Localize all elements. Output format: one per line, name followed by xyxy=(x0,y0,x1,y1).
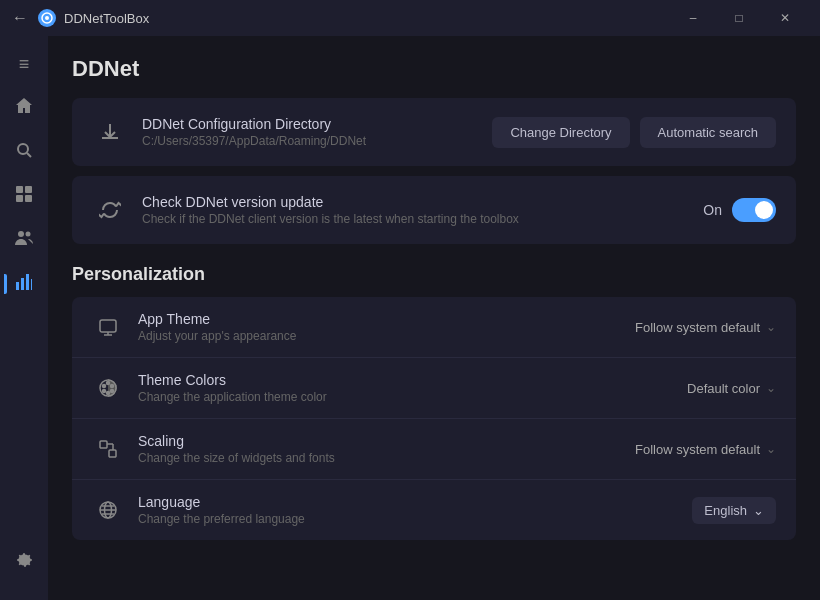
theme-colors-row[interactable]: Theme Colors Change the application them… xyxy=(72,358,796,419)
language-icon xyxy=(92,494,124,526)
version-toggle[interactable] xyxy=(732,198,776,222)
scaling-content: Scaling Change the size of widgets and f… xyxy=(138,433,635,465)
menu-icon: ≡ xyxy=(19,54,30,75)
svg-rect-6 xyxy=(16,195,23,202)
chevron-down-icon-3: ⌄ xyxy=(766,442,776,456)
sidebar-item-search[interactable] xyxy=(4,132,44,172)
language-title: Language xyxy=(138,494,692,510)
config-title: DDNet Configuration Directory xyxy=(142,116,492,132)
app-theme-subtitle: Adjust your app's appearance xyxy=(138,329,635,343)
app-theme-icon xyxy=(92,311,124,343)
main-content: DDNet DDNet Configuration Directory C:/U… xyxy=(48,36,820,600)
scaling-value: Follow system default xyxy=(635,442,760,457)
svg-line-3 xyxy=(27,153,31,157)
minimize-button[interactable]: – xyxy=(670,0,716,36)
language-value: English xyxy=(704,503,747,518)
app-theme-control[interactable]: Follow system default ⌄ xyxy=(635,320,776,335)
svg-point-9 xyxy=(26,231,31,236)
settings-icon xyxy=(14,552,34,577)
svg-rect-14 xyxy=(100,320,116,332)
apps-icon xyxy=(15,185,33,208)
page-title: DDNet xyxy=(72,56,796,82)
app-theme-value: Follow system default xyxy=(635,320,760,335)
app-theme-title: App Theme xyxy=(138,311,635,327)
svg-point-22 xyxy=(103,390,106,393)
svg-point-8 xyxy=(18,231,24,237)
svg-rect-12 xyxy=(26,274,29,290)
config-directory-card: DDNet Configuration Directory C:/Users/3… xyxy=(72,98,796,166)
language-content: Language Change the preferred language xyxy=(138,494,692,526)
app-theme-content: App Theme Adjust your app's appearance xyxy=(138,311,635,343)
change-directory-button[interactable]: Change Directory xyxy=(492,117,629,148)
svg-rect-5 xyxy=(25,186,32,193)
app-title: DDNetToolBox xyxy=(64,11,670,26)
version-title: Check DDNet version update xyxy=(142,194,703,210)
svg-rect-24 xyxy=(100,441,107,448)
sidebar-item-settings[interactable] xyxy=(4,544,44,584)
scaling-row[interactable]: Scaling Change the size of widgets and f… xyxy=(72,419,796,480)
scaling-subtitle: Change the size of widgets and fonts xyxy=(138,451,635,465)
language-row[interactable]: Language Change the preferred language E… xyxy=(72,480,796,540)
language-dropdown[interactable]: English ⌄ xyxy=(692,497,776,524)
config-path: C:/Users/35397/AppData/Roaming/DDNet xyxy=(142,134,492,148)
language-control: English ⌄ xyxy=(692,497,776,524)
version-check-card: Check DDNet version update Check if the … xyxy=(72,176,796,244)
sidebar-item-users[interactable] xyxy=(4,220,44,260)
app-icon xyxy=(38,9,56,27)
download-icon xyxy=(92,114,128,150)
theme-colors-subtitle: Change the application theme color xyxy=(138,390,687,404)
personalization-title: Personalization xyxy=(72,264,796,285)
back-button[interactable]: ← xyxy=(12,9,28,27)
sidebar-item-apps[interactable] xyxy=(4,176,44,216)
theme-colors-title: Theme Colors xyxy=(138,372,687,388)
refresh-icon xyxy=(92,192,128,228)
search-icon xyxy=(15,141,33,164)
svg-point-18 xyxy=(107,382,110,385)
sidebar-item-menu[interactable]: ≡ xyxy=(4,44,44,84)
toggle-on-label: On xyxy=(703,202,722,218)
automatic-search-button[interactable]: Automatic search xyxy=(640,117,776,148)
svg-point-23 xyxy=(103,385,106,388)
app-layout: ≡ xyxy=(0,36,820,600)
language-chevron-icon: ⌄ xyxy=(753,503,764,518)
svg-rect-11 xyxy=(21,278,24,290)
sidebar-item-home[interactable] xyxy=(4,88,44,128)
config-actions: Change Directory Automatic search xyxy=(492,117,776,148)
svg-rect-13 xyxy=(31,279,32,290)
stats-icon xyxy=(14,272,34,297)
theme-colors-control[interactable]: Default color ⌄ xyxy=(687,381,776,396)
theme-colors-value: Default color xyxy=(687,381,760,396)
svg-rect-7 xyxy=(25,195,32,202)
chevron-down-icon-2: ⌄ xyxy=(766,381,776,395)
app-theme-row[interactable]: App Theme Adjust your app's appearance F… xyxy=(72,297,796,358)
window-controls: – □ ✕ xyxy=(670,0,808,36)
svg-rect-10 xyxy=(16,282,19,290)
theme-colors-content: Theme Colors Change the application them… xyxy=(138,372,687,404)
svg-rect-25 xyxy=(109,450,116,457)
chevron-down-icon: ⌄ xyxy=(766,320,776,334)
titlebar: ← DDNetToolBox – □ ✕ xyxy=(0,0,820,36)
maximize-button[interactable]: □ xyxy=(716,0,762,36)
close-button[interactable]: ✕ xyxy=(762,0,808,36)
theme-colors-icon xyxy=(92,372,124,404)
sidebar: ≡ xyxy=(0,36,48,600)
users-icon xyxy=(14,228,34,253)
personalization-settings: App Theme Adjust your app's appearance F… xyxy=(72,297,796,540)
config-info: DDNet Configuration Directory C:/Users/3… xyxy=(142,116,492,148)
language-subtitle: Change the preferred language xyxy=(138,512,692,526)
sidebar-item-stats[interactable] xyxy=(4,264,44,304)
svg-point-21 xyxy=(107,392,110,395)
version-info: Check DDNet version update Check if the … xyxy=(142,194,703,226)
scaling-icon xyxy=(92,433,124,465)
svg-point-19 xyxy=(111,385,114,388)
scaling-control[interactable]: Follow system default ⌄ xyxy=(635,442,776,457)
version-toggle-container: On xyxy=(703,198,776,222)
svg-point-2 xyxy=(18,144,28,154)
version-subtitle: Check if the DDNet client version is the… xyxy=(142,212,703,226)
svg-point-1 xyxy=(45,16,49,20)
scaling-title: Scaling xyxy=(138,433,635,449)
svg-rect-4 xyxy=(16,186,23,193)
svg-point-20 xyxy=(111,390,114,393)
home-icon xyxy=(14,96,34,121)
